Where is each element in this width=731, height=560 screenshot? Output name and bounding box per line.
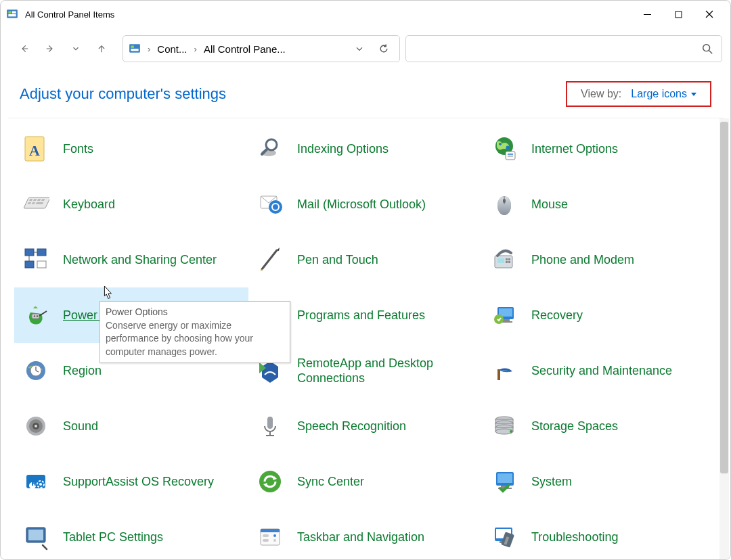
cpl-item-system[interactable]: System (483, 454, 717, 509)
cpl-item-label: Speech Recognition (297, 419, 406, 434)
cpl-item-fonts[interactable]: Fonts (14, 121, 248, 177)
window-controls (632, 3, 725, 25)
cpl-item-label: Pen and Touch (297, 252, 378, 268)
tooltip-title: Power Options (106, 306, 284, 319)
cpl-item-label: Security and Maintenance (531, 363, 672, 379)
cpl-item-security[interactable]: Security and Maintenance (483, 343, 717, 398)
breadcrumb-dropdown[interactable] (349, 39, 370, 59)
cpl-item-label: Taskbar and Navigation (297, 530, 424, 545)
cpl-item-label: Network and Sharing Center (63, 252, 217, 268)
cpl-item-label: Sync Center (297, 474, 364, 490)
cpl-item-label: Phone and Modem (531, 252, 634, 268)
mouse-icon (489, 189, 519, 219)
taskbar-icon (255, 522, 285, 552)
cpl-item-phone[interactable]: Phone and Modem (483, 232, 717, 287)
tablet-icon (21, 522, 51, 552)
search-box[interactable] (405, 35, 722, 62)
breadcrumb-sep: › (145, 44, 153, 54)
refresh-button[interactable] (374, 39, 394, 59)
cpl-item-keyboard[interactable]: Keyboard (14, 177, 248, 232)
cpl-item-network[interactable]: Network and Sharing Center (14, 232, 248, 287)
security-icon (489, 356, 519, 386)
internet-icon (489, 134, 519, 164)
cpl-item-label: Keyboard (63, 197, 115, 212)
svg-rect-13 (131, 49, 138, 51)
svg-rect-12 (131, 46, 134, 48)
cpl-item-label: Sound (63, 419, 98, 434)
svg-point-14 (703, 45, 710, 51)
maximize-button[interactable] (663, 3, 694, 25)
cpl-item-taskbar[interactable]: Taskbar and Navigation (248, 509, 483, 559)
cpl-item-label: Mail (Microsoft Outlook) (297, 197, 426, 212)
cpl-item-label: Indexing Options (297, 141, 389, 157)
view-by-dropdown[interactable]: Large icons (631, 88, 696, 100)
tooltip-body: Conserve energy or maximize performance … (106, 319, 284, 359)
cpl-item-label: Mouse (531, 197, 568, 212)
cpl-item-pen[interactable]: Pen and Touch (248, 232, 483, 287)
svg-rect-1 (8, 11, 12, 14)
cpl-item-storage[interactable]: Storage Spaces (483, 398, 717, 454)
cpl-item-label: Storage Spaces (531, 419, 618, 434)
cpl-item-mail[interactable]: Mail (Microsoft Outlook) (248, 177, 483, 232)
close-button[interactable] (694, 3, 725, 25)
breadcrumb-item-all-items[interactable]: All Control Pane... (204, 43, 286, 55)
phone-icon (489, 245, 519, 275)
breadcrumb-item-control-panel[interactable]: Cont... (157, 43, 187, 55)
address-bar[interactable]: › Cont... › All Control Pane... (123, 35, 400, 62)
cpl-item-mouse[interactable]: Mouse (483, 177, 717, 232)
cpl-item-recovery[interactable]: Recovery (483, 287, 717, 343)
system-icon (489, 467, 519, 496)
header-row: Adjust your computer's settings View by:… (1, 70, 730, 118)
cpl-item-tablet[interactable]: Tablet PC Settings (14, 509, 248, 559)
storage-icon (489, 411, 519, 441)
control-panel-window: All Control Panel Items › Cont... › All … (0, 0, 731, 560)
fonts-icon (21, 134, 51, 164)
cpl-item-label: Tablet PC Settings (63, 530, 163, 545)
window-title: All Control Panel Items (25, 9, 632, 20)
up-button[interactable] (93, 40, 110, 57)
nav-arrows (9, 40, 117, 57)
speech-icon (255, 411, 285, 441)
keyboard-icon (21, 189, 51, 219)
scrollbar[interactable] (719, 118, 729, 559)
content-area: FontsIndexing OptionsInternet OptionsKey… (1, 118, 730, 559)
minimize-button[interactable] (632, 3, 663, 25)
mail-icon (255, 189, 285, 219)
cpl-item-sound[interactable]: Sound (14, 398, 248, 454)
nav-bar: › Cont... › All Control Pane... (1, 28, 730, 70)
cpl-item-speech[interactable]: Speech Recognition (248, 398, 483, 454)
region-icon (21, 356, 51, 386)
cpl-item-support[interactable]: SupportAssist OS Recovery (14, 454, 248, 509)
troubleshoot-icon (489, 522, 519, 552)
cpl-item-internet[interactable]: Internet Options (483, 121, 717, 177)
indexing-icon (255, 134, 285, 164)
search-icon (701, 43, 713, 55)
sync-icon (255, 467, 285, 496)
tooltip: Power Options Conserve energy or maximiz… (99, 301, 290, 363)
app-icon (6, 8, 18, 20)
history-dropdown[interactable] (67, 40, 85, 57)
pen-icon (255, 245, 285, 275)
view-by-box-highlighted: View by: Large icons (566, 81, 711, 107)
svg-rect-5 (675, 11, 682, 18)
cpl-item-label: Programs and Features (297, 308, 425, 323)
title-bar: All Control Panel Items (1, 1, 730, 28)
cpl-item-label: Internet Options (531, 141, 618, 157)
cpl-item-sync[interactable]: Sync Center (248, 454, 483, 509)
view-by-label: View by: (581, 88, 621, 100)
support-icon (21, 467, 51, 496)
svg-rect-0 (7, 9, 18, 18)
sound-icon (21, 411, 51, 441)
svg-rect-3 (8, 14, 16, 16)
cpl-item-label: System (531, 474, 572, 490)
svg-rect-2 (12, 11, 16, 14)
caret-down-icon (691, 93, 696, 96)
forward-button[interactable] (41, 40, 59, 57)
cpl-item-label: Troubleshooting (531, 530, 618, 545)
scrollbar-thumb[interactable] (720, 122, 728, 473)
cpl-item-troubleshoot[interactable]: Troubleshooting (483, 509, 717, 559)
view-by-value: Large icons (631, 88, 687, 100)
back-button[interactable] (16, 40, 33, 57)
cpl-item-indexing[interactable]: Indexing Options (248, 121, 483, 177)
cpl-item-label: Region (63, 363, 102, 379)
